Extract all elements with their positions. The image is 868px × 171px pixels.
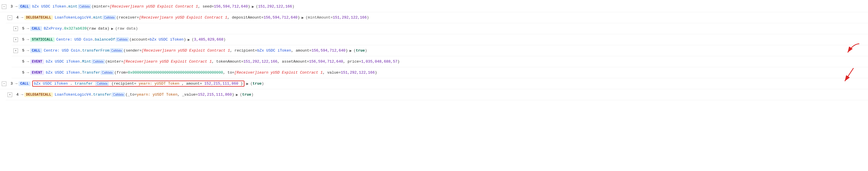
- highlight-box-8: bZx USDC iToken . transfer Calldata (rec…: [32, 80, 245, 87]
- result-paren-9b: ): [251, 93, 253, 97]
- call-index-1: 3: [7, 4, 13, 9]
- params-5: (sender=: [124, 48, 142, 53]
- result-arrow-8[interactable]: ▶: [246, 81, 248, 86]
- arrow-2: →: [21, 15, 23, 20]
- param-num-7: 151,292,122,166: [341, 70, 375, 75]
- params-5b: , recipient=: [230, 48, 257, 53]
- method-5: transferFrom: [82, 48, 110, 53]
- method-7: Transfer: [82, 70, 100, 75]
- result-arrow-3[interactable]: ▶: [111, 26, 114, 31]
- arrow-8: →: [15, 81, 18, 86]
- method-8: transfer: [74, 81, 93, 86]
- expand-btn-4[interactable]: +: [13, 37, 18, 42]
- arrow-9: →: [21, 93, 23, 97]
- dot-6: .: [80, 60, 82, 64]
- dot-5: .: [80, 48, 82, 53]
- method-4: balanceOf: [95, 37, 115, 42]
- params-1c: ): [248, 4, 250, 9]
- calldata-badge-2[interactable]: Calldata: [103, 15, 116, 20]
- contract-9: LoanTokenLogicV4: [55, 93, 91, 97]
- result-arrow-5[interactable]: ▶: [349, 48, 352, 53]
- calldata-badge-6[interactable]: Calldata: [92, 60, 105, 64]
- params-7: (from=: [114, 70, 128, 75]
- result-paren-1: (: [256, 4, 258, 9]
- calldata-badge-7[interactable]: Calldata: [101, 71, 114, 74]
- method-9: transfer: [93, 93, 111, 97]
- params-5c: , amount=: [291, 48, 311, 53]
- calldata-badge-8[interactable]: Calldata: [95, 82, 108, 86]
- params-4: (account=: [129, 37, 150, 42]
- contract-5: Centre: USD Coin: [44, 48, 80, 53]
- param-addr-7: 0x00000000000000000000000000000000000000…: [128, 70, 223, 75]
- badge-call-5: CALL: [30, 48, 42, 53]
- contract-8: bZx USDC iToken: [34, 81, 68, 86]
- param-val-8: yearn: yUSDT Token: [138, 81, 179, 86]
- result-paren-1b: ): [292, 4, 294, 9]
- params-8b: , amount=: [182, 81, 202, 86]
- result-paren-4b: ): [223, 37, 226, 42]
- result-paren-2: (mintAmount=: [306, 15, 333, 20]
- result-val-9: true: [242, 93, 251, 97]
- receiver-6: [Receiver]iearn yUSD Exploit Contract 1: [123, 60, 212, 64]
- expand-btn-9[interactable]: +: [7, 93, 12, 97]
- expand-btn-8[interactable]: −: [2, 81, 6, 86]
- param-val-4: bZx USDC iToken: [150, 37, 184, 42]
- dot-7: .: [80, 70, 82, 75]
- contract-2: LoanTokenLogicV4: [55, 15, 91, 20]
- params-9: (_to=: [125, 93, 137, 97]
- result-arrow-9[interactable]: ▶: [236, 93, 238, 97]
- params-2b: , depositAmount=: [227, 15, 264, 20]
- param-val-5b: bZx USDC iToken: [257, 48, 291, 53]
- params-2c: ): [298, 15, 300, 20]
- param-num-1: 156,594,712,640: [214, 4, 248, 9]
- dot-4: .: [93, 37, 95, 42]
- calldata-badge-1[interactable]: Calldata: [78, 5, 91, 8]
- call-index-8: 3: [7, 81, 13, 86]
- params-7d: ): [375, 70, 377, 75]
- params-9b: , _value=: [177, 93, 198, 97]
- call-index-5: 5: [19, 48, 24, 53]
- trace-row-7: 5 → EVENT bZx USDC iToken . Transfer Cal…: [11, 67, 868, 78]
- params-4b: ): [184, 37, 186, 42]
- result-paren-4: (: [192, 37, 194, 42]
- call-index-7: 5: [19, 70, 24, 75]
- calldata-badge-4[interactable]: Calldata: [116, 38, 129, 41]
- arrow-3: →: [27, 26, 29, 31]
- arrow-4: →: [27, 37, 29, 42]
- method-2: mint: [93, 15, 102, 20]
- dot-1: .: [66, 4, 68, 9]
- address-3: 0x327ab639: [64, 26, 87, 31]
- result-paren-3: (raw data): [115, 26, 138, 31]
- expand-btn-1[interactable]: −: [2, 4, 6, 9]
- badge-delegatecall-9: DELEGATECALL: [24, 93, 53, 97]
- param-num-2: 156,594,712,640: [264, 15, 298, 20]
- params-2: (receiver=: [116, 15, 139, 20]
- arrow-6: →: [27, 60, 29, 64]
- calldata-badge-9[interactable]: Calldata: [112, 93, 125, 97]
- arrow-5: →: [27, 48, 29, 53]
- result-paren-8: (: [250, 81, 253, 86]
- params-6e: ): [397, 60, 400, 64]
- receiver-7: [Receiver]iearn yUSD Exploit Contract 1: [234, 70, 322, 75]
- params-6c: , assetAmount=: [278, 60, 309, 64]
- expand-btn-5[interactable]: +: [13, 48, 18, 53]
- calldata-badge-5[interactable]: Calldata: [110, 49, 123, 53]
- result-val-5: true: [356, 48, 365, 53]
- result-paren-5: (: [353, 48, 356, 53]
- result-arrow-1[interactable]: ▶: [252, 4, 254, 9]
- badge-staticcall-4: STATICCALL: [30, 37, 55, 42]
- call-index-3: 5: [19, 26, 24, 31]
- contract-7: bZx USDC iToken: [46, 70, 80, 75]
- badge-event-6: EVENT: [30, 60, 44, 64]
- expand-btn-2[interactable]: −: [7, 15, 12, 20]
- param-num-6c: 1,035,048,688,57: [361, 60, 397, 64]
- arrow-7: →: [27, 70, 29, 75]
- badge-call-3: CALL: [30, 26, 42, 31]
- result-arrow-4[interactable]: ▶: [188, 37, 190, 42]
- call-index-2: 4: [13, 15, 19, 20]
- result-arrow-2[interactable]: ▶: [302, 15, 304, 20]
- trace-row-1: − 3 → CALL bZx USDC iToken . mint Callda…: [0, 1, 868, 12]
- trace-container: − 3 → CALL bZx USDC iToken . mint Callda…: [0, 0, 868, 171]
- trace-row-6: 5 → EVENT bZx USDC iToken . Mint Calldat…: [11, 56, 868, 67]
- expand-btn-3[interactable]: +: [13, 26, 18, 31]
